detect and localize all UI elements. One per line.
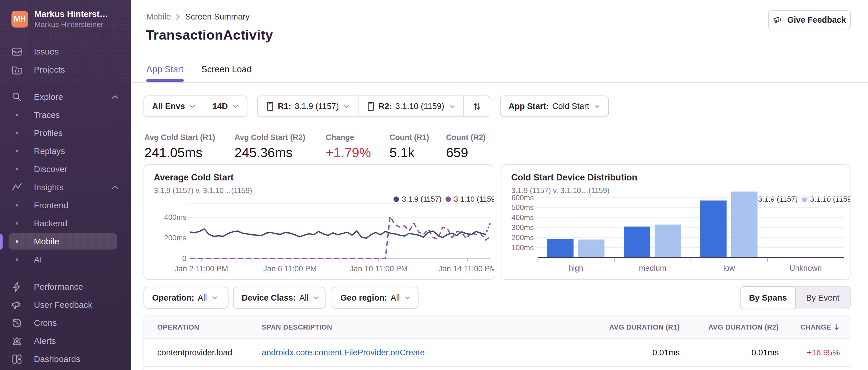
sidebar-item-ai[interactable]: AI [0, 250, 131, 268]
svg-text:400ms: 400ms [164, 213, 187, 221]
toggle-by-spans[interactable]: By Spans [740, 286, 796, 309]
tab-screen-load[interactable]: Screen Load [201, 64, 252, 81]
operation-filter-value: All [198, 293, 207, 303]
stat-value: +1.79% [326, 145, 371, 160]
sidebar-item-mobile[interactable]: Mobile [0, 232, 131, 250]
bullet-icon [0, 150, 34, 152]
geo-region-filter[interactable]: Geo region: All [332, 287, 418, 309]
bullet-icon [0, 204, 34, 206]
cell-change: +16.95% [779, 348, 849, 358]
user-subtitle: Markus Hintersteiner [34, 20, 108, 29]
sidebar-item-discover[interactable]: Discover [0, 160, 131, 178]
chevron-down-icon [313, 296, 319, 300]
bullet-icon [0, 222, 34, 225]
cell-avg-duration-r2: 0.01ms [680, 348, 779, 358]
user-name: Markus Hinterst… [34, 9, 108, 19]
r2-label: R2: [379, 102, 392, 111]
release-r2-selector[interactable]: R2: 3.1.10 (1159) [359, 96, 463, 116]
sidebar-item-insights[interactable]: Insights [0, 178, 131, 196]
megaphone-icon [773, 15, 783, 25]
clock-icon [0, 317, 34, 328]
app-start-type-group: App Start: Cold Start [500, 96, 609, 117]
sidebar-item-crons[interactable]: Crons [0, 314, 131, 332]
stat-label: Avg Cold Start (R2) [235, 133, 305, 142]
release-compare-group: R1: 3.1.9 (1157) R2: 3.1.10 (1159) [257, 96, 490, 117]
sidebar-item-alerts[interactable]: Alerts [0, 332, 131, 350]
svg-text:Jan 14 11:00 PM: Jan 14 11:00 PM [439, 264, 494, 273]
operation-filter-label: Operation: [152, 293, 194, 303]
span-description-link[interactable]: androidx.core.content.FileProvider.onCre… [262, 348, 425, 357]
sidebar-item-label: Crons [34, 318, 57, 328]
svg-text:Jan 10 11:00 PM: Jan 10 11:00 PM [350, 264, 408, 273]
date-range-filter[interactable]: 14D [205, 96, 247, 116]
change-column-label: CHANGE [800, 323, 831, 331]
column-header-operation[interactable]: OPERATION [144, 323, 262, 331]
sidebar-item-releases[interactable]: Releases [0, 368, 131, 370]
megaphone-icon [0, 299, 34, 310]
avatar: MH [11, 11, 28, 28]
tab-app-start[interactable]: App Start [146, 64, 183, 81]
operation-filter[interactable]: Operation: All [144, 287, 228, 309]
line-chart-plot[interactable]: 0200ms400msJan 2 11:00 PMJan 6 11:00 PMJ… [144, 165, 494, 280]
column-header-span-description[interactable]: SPAN DESCRIPTION [262, 323, 549, 331]
app-start-value: Cold Start [552, 102, 589, 111]
cell-operation: contentprovider.load [144, 348, 262, 358]
column-header-avg-duration-r2[interactable]: AVG DURATION (R2) [680, 323, 779, 331]
page-title: TransactionActivity [146, 27, 273, 43]
stat-value: 5.1k [390, 145, 429, 160]
sidebar-item-explore[interactable]: Explore [0, 88, 131, 106]
sort-arrow-down-icon [834, 324, 840, 331]
geo-region-filter-value: All [391, 293, 400, 303]
sidebar-item-issues[interactable]: Issues [0, 42, 131, 61]
issues-icon [0, 46, 34, 57]
sidebar-item-label: Explore [34, 92, 63, 102]
svg-text:Unknown: Unknown [789, 264, 822, 272]
sidebar-item-label: Alerts [34, 336, 56, 346]
env-filter[interactable]: All Envs [144, 96, 204, 116]
sidebar-item-label: Frontend [34, 201, 68, 210]
device-class-filter-value: All [299, 293, 309, 303]
swap-releases-button[interactable] [464, 96, 490, 116]
user-menu[interactable]: MH Markus Hinterst… Markus Hintersteiner [11, 9, 125, 29]
sidebar-item-frontend[interactable]: Frontend [0, 196, 131, 214]
view-toggle: By Spans By Event [740, 286, 851, 309]
sidebar-item-profiles[interactable]: Profiles [0, 124, 131, 142]
sidebar-item-label: Issues [34, 47, 59, 57]
column-header-change[interactable]: CHANGE [779, 323, 849, 331]
sidebar-item-user-feedback[interactable]: User Feedback [0, 296, 131, 314]
breadcrumb-mobile[interactable]: Mobile [146, 12, 171, 22]
bullet-icon [0, 259, 34, 261]
bullet-icon [0, 132, 34, 134]
column-header-avg-duration-r1[interactable]: AVG DURATION (R1) [549, 323, 680, 331]
chevron-down-icon [212, 296, 218, 300]
svg-text:high: high [569, 264, 583, 272]
sidebar-item-dashboards[interactable]: Dashboards [0, 350, 131, 368]
toggle-by-event[interactable]: By Event [795, 287, 850, 309]
sidebar-item-traces[interactable]: Traces [0, 106, 131, 124]
svg-text:600ms: 600ms [512, 194, 534, 202]
sidebar-item-label: Replays [34, 146, 65, 156]
sidebar-item-label: Backend [34, 218, 67, 228]
lightning-icon [0, 281, 34, 292]
tab-bar-divider [131, 82, 868, 83]
insights-icon [0, 182, 34, 193]
bar-chart-plot[interactable]: 100ms200ms300ms400ms500ms600mshighmedium… [501, 165, 850, 280]
sidebar-item-projects[interactable]: Projects [0, 61, 131, 78]
filter-bar: All Envs 14D R1: 3.1.9 (1157) [144, 96, 609, 117]
table-row[interactable]: contentprovider.load androidx.core.conte… [144, 339, 849, 367]
give-feedback-button[interactable]: Give Feedback [768, 10, 851, 29]
app-start-type-selector[interactable]: App Start: Cold Start [501, 96, 608, 116]
date-range-label: 14D [212, 102, 228, 111]
sidebar-item-label: Performance [34, 282, 83, 292]
stat-count-r2: Count (R2) 659 [446, 133, 486, 160]
sidebar-item-label: Mobile [34, 237, 59, 246]
svg-text:Jan 6 11:00 PM: Jan 6 11:00 PM [263, 264, 317, 273]
sidebar-item-backend[interactable]: Backend [0, 214, 131, 232]
sidebar-item-performance[interactable]: Performance [0, 278, 131, 296]
stat-count-r1: Count (R1) 5.1k [390, 133, 429, 160]
device-class-filter[interactable]: Device Class: All [233, 287, 326, 309]
release-r1-selector[interactable]: R1: 3.1.9 (1157) [258, 96, 358, 116]
give-feedback-label: Give Feedback [787, 15, 846, 25]
active-item-indicator [0, 234, 3, 249]
sidebar-item-replays[interactable]: Replays [0, 142, 131, 160]
